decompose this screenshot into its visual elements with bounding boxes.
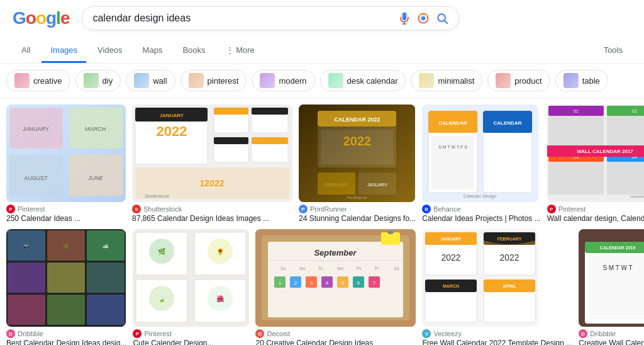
svg-line-5 — [445, 21, 448, 24]
filter-chip-minimalist[interactable]: minimalist — [411, 70, 482, 91]
svg-text:3: 3 — [310, 280, 313, 286]
image-search-button[interactable] — [417, 12, 430, 25]
card-label-r1c4: Calendar Ideas Projects | Photos ... — [422, 214, 541, 223]
svg-text:Shutterstock: Shutterstock — [145, 194, 169, 198]
svg-text:CALENDAR 2019: CALENDAR 2019 — [600, 246, 636, 250]
svg-text:2022: 2022 — [441, 252, 461, 263]
header: Google — [0, 0, 644, 37]
tab-all[interactable]: All — [13, 39, 39, 63]
tab-maps[interactable]: Maps — [134, 39, 172, 63]
image-card-r1c1[interactable]: JANUARY AUGUST MARCH JUNE P Pinterest 25… — [6, 105, 126, 223]
svg-text:🍃: 🍃 — [158, 295, 166, 303]
source-icon-dribbble: D — [6, 329, 15, 338]
svg-text:FEBRUARY: FEBRUARY — [497, 237, 522, 241]
svg-rect-73 — [87, 263, 125, 293]
nav-tabs: All Images Videos Maps Books ⋮ More Tool… — [0, 37, 644, 64]
svg-rect-56 — [607, 106, 644, 116]
svg-text:4: 4 — [326, 280, 329, 286]
card-source-r1c4: B Behance — [422, 205, 541, 213]
image-card-r2c5[interactable]: CALENDAR 2019 S M T W T tea D Dribbble C… — [579, 229, 644, 345]
image-card-r2c2[interactable]: 🌿 🍃 🌻 🌺 P Pinterest Cute Calender Design… — [133, 229, 249, 345]
svg-text:2022: 2022 — [343, 134, 372, 148]
source-icon-pinterest: P — [6, 205, 15, 213]
filter-chip-table[interactable]: table — [555, 70, 608, 91]
svg-rect-22 — [252, 108, 288, 115]
tab-tools[interactable]: Tools — [595, 39, 631, 63]
svg-text:📷: 📷 — [23, 243, 30, 249]
image-card-r2c4[interactable]: JANUARY 2022 FEBRUARY 2022 MARCH APRIL — [422, 229, 572, 345]
svg-text:Su: Su — [280, 266, 286, 271]
svg-text:2022: 2022 — [500, 252, 519, 263]
filter-chip-modern[interactable]: modern — [252, 70, 314, 91]
card-label-r2c3: 20 Creative Calendar Design Ideas — [255, 339, 416, 345]
tab-videos[interactable]: Videos — [89, 39, 131, 63]
filter-chip-pinterest[interactable]: pinterest — [180, 70, 247, 91]
calendar-svg-6: 📷 🌿 🏙 — [6, 229, 126, 327]
calendar-svg-10: CALENDAR 2019 S M T W T tea — [579, 229, 644, 327]
svg-text:6: 6 — [357, 280, 360, 286]
svg-rect-75 — [47, 295, 85, 325]
chip-thumb-wall — [134, 73, 149, 88]
svg-text:🏙: 🏙 — [103, 244, 108, 249]
tab-books[interactable]: Books — [174, 39, 214, 63]
svg-text:creatrika: creatrika — [630, 195, 644, 198]
filter-chip-wall[interactable]: wall — [126, 70, 175, 91]
svg-text:PrintRunner: PrintRunner — [347, 196, 367, 200]
search-icons — [398, 12, 448, 25]
svg-text:S M T W T: S M T W T — [603, 264, 633, 271]
filter-chip-desk-calendar[interactable]: desk calendar — [320, 70, 406, 91]
svg-rect-71 — [8, 263, 45, 293]
svg-text:JANUARY: JANUARY — [160, 113, 184, 118]
svg-text:CALENDAR 2022: CALENDAR 2022 — [334, 116, 380, 123]
svg-rect-20 — [214, 108, 248, 115]
svg-text:2022: 2022 — [157, 123, 187, 139]
card-source-r2c1: D Dribbble — [6, 329, 126, 338]
voice-search-button[interactable] — [398, 12, 411, 25]
source-icon-decoist: D — [255, 329, 264, 338]
search-input[interactable] — [92, 13, 393, 24]
image-card-r1c5[interactable]: 01 02 03 04 WALL CALENDAR 2017 creatrika… — [547, 105, 644, 223]
svg-rect-72 — [47, 263, 85, 293]
calendar-svg-4: CALENDAR S M T W T F S CALENDAR Calander… — [422, 105, 538, 202]
card-source-r2c2: P Pinterest — [133, 329, 249, 338]
image-row-2: 📷 🌿 🏙 D Dribbble Best Calendar Design Id… — [6, 229, 638, 345]
image-card-r1c2[interactable]: JANUARY 2022 12022 Shutterstock S — [132, 105, 292, 223]
svg-text:Tu: Tu — [318, 266, 323, 271]
svg-rect-24 — [214, 137, 248, 144]
image-card-r2c3[interactable]: September Su Mo Tu We Th Fr Sa 1 2 3 — [255, 229, 416, 345]
svg-text:7: 7 — [373, 280, 376, 286]
svg-text:JUNE: JUNE — [88, 175, 103, 181]
tab-more[interactable]: ⋮ More — [217, 39, 264, 63]
calendar-svg-7: 🌿 🍃 🌻 🌺 — [133, 229, 249, 327]
search-button[interactable] — [436, 12, 448, 25]
card-label-r2c4: Free Wall Calendar 2022 Template Design … — [422, 339, 572, 345]
svg-text:🌻: 🌻 — [216, 247, 225, 256]
filter-chip-creative[interactable]: creative — [6, 70, 70, 91]
svg-text:JANUARY: JANUARY — [23, 126, 49, 132]
image-card-r2c1[interactable]: 📷 🌿 🏙 D Dribbble Best Calendar Design Id… — [6, 229, 126, 345]
svg-text:Th: Th — [356, 266, 361, 271]
svg-text:Sa: Sa — [394, 266, 399, 271]
filter-chip-diy[interactable]: diy — [75, 70, 121, 91]
image-card-r1c3[interactable]: CALENDAR 2022 2022 FEBRUARY JANUARY Prin… — [299, 105, 416, 223]
calendar-svg-3: CALENDAR 2022 2022 FEBRUARY JANUARY Prin… — [299, 105, 415, 202]
card-label-r1c2: 87,865 Calendar Design Ideas Images ... — [132, 214, 292, 223]
svg-text:MARCH: MARCH — [86, 126, 106, 132]
svg-text:S M T W T F S: S M T W T F S — [438, 145, 467, 149]
svg-text:FEBRUARY: FEBRUARY — [325, 183, 348, 187]
google-logo: Google — [13, 8, 69, 28]
tab-images[interactable]: Images — [42, 39, 86, 63]
svg-text:CALENDAR: CALENDAR — [494, 120, 522, 126]
svg-text:CALENDAR: CALENDAR — [439, 120, 467, 126]
svg-text:Fr: Fr — [375, 266, 379, 271]
source-icon-pinterest-2: P — [547, 205, 556, 213]
image-card-r1c4[interactable]: CALENDAR S M T W T F S CALENDAR Calander… — [422, 105, 541, 223]
chip-thumb-desk-calendar — [328, 73, 343, 88]
svg-text:JANUARY: JANUARY — [367, 183, 388, 187]
svg-point-120 — [387, 230, 394, 234]
calendar-svg-2: JANUARY 2022 12022 Shutterstock — [132, 105, 292, 202]
svg-rect-26 — [252, 137, 288, 144]
filter-chip-product[interactable]: product — [487, 70, 550, 91]
search-bar[interactable] — [82, 6, 459, 30]
svg-text:🌺: 🌺 — [216, 295, 225, 303]
